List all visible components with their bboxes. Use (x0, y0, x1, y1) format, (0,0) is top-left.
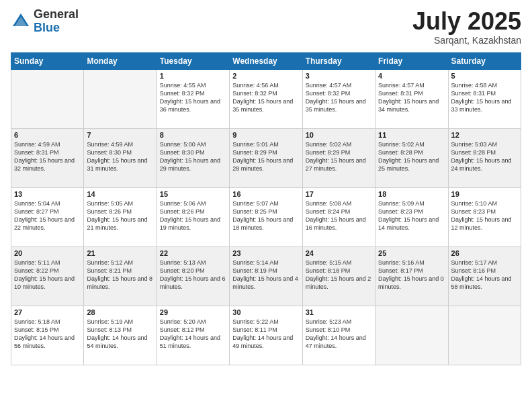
day-number: 23 (232, 249, 299, 257)
day-info: Sunrise: 5:05 AMSunset: 8:26 PMDaylight:… (87, 199, 153, 232)
table-row: 29Sunrise: 5:20 AMSunset: 8:12 PMDayligh… (157, 306, 229, 365)
day-number: 13 (14, 190, 81, 198)
table-row: 17Sunrise: 5:08 AMSunset: 8:24 PMDayligh… (302, 187, 375, 246)
table-row: 13Sunrise: 5:04 AMSunset: 8:27 PMDayligh… (11, 187, 84, 246)
day-info: Sunrise: 5:02 AMSunset: 8:28 PMDaylight:… (378, 140, 445, 173)
table-row: 23Sunrise: 5:14 AMSunset: 8:19 PMDayligh… (230, 246, 302, 306)
table-row: 19Sunrise: 5:10 AMSunset: 8:23 PMDayligh… (448, 187, 521, 246)
day-info: Sunrise: 5:09 AMSunset: 8:23 PMDaylight:… (378, 199, 445, 232)
day-info: Sunrise: 4:57 AMSunset: 8:32 PMDaylight:… (306, 81, 372, 114)
logo: General Blue (11, 8, 79, 35)
title-block: July 2025 Sarqant, Kazakhstan (412, 8, 521, 46)
day-info: Sunrise: 5:14 AMSunset: 8:19 PMDaylight:… (232, 259, 299, 291)
calendar-week-row: 1Sunrise: 4:55 AMSunset: 8:32 PMDaylight… (11, 69, 521, 128)
day-number: 4 (378, 72, 445, 80)
table-row (11, 69, 84, 128)
header-saturday: Saturday (448, 52, 521, 69)
day-info: Sunrise: 5:12 AMSunset: 8:21 PMDaylight:… (87, 259, 153, 291)
table-row: 18Sunrise: 5:09 AMSunset: 8:23 PMDayligh… (375, 187, 448, 246)
day-info: Sunrise: 5:10 AMSunset: 8:23 PMDaylight:… (451, 199, 518, 232)
header: General Blue July 2025 Sarqant, Kazakhst… (11, 8, 521, 46)
table-row (448, 306, 521, 365)
header-thursday: Thursday (302, 52, 375, 69)
location: Sarqant, Kazakhstan (412, 35, 521, 46)
day-info: Sunrise: 5:03 AMSunset: 8:28 PMDaylight:… (451, 140, 518, 173)
header-friday: Friday (375, 52, 448, 69)
logo-general: General (34, 7, 79, 21)
day-info: Sunrise: 5:15 AMSunset: 8:18 PMDaylight:… (306, 259, 372, 291)
day-number: 28 (87, 308, 153, 316)
table-row: 8Sunrise: 5:00 AMSunset: 8:30 PMDaylight… (157, 128, 229, 187)
day-info: Sunrise: 4:59 AMSunset: 8:30 PMDaylight:… (87, 140, 153, 173)
day-info: Sunrise: 4:55 AMSunset: 8:32 PMDaylight:… (160, 81, 226, 114)
table-row: 15Sunrise: 5:06 AMSunset: 8:26 PMDayligh… (157, 187, 229, 246)
table-row: 9Sunrise: 5:01 AMSunset: 8:29 PMDaylight… (230, 128, 302, 187)
day-info: Sunrise: 4:59 AMSunset: 8:31 PMDaylight:… (14, 140, 81, 173)
header-wednesday: Wednesday (230, 52, 302, 69)
table-row: 11Sunrise: 5:02 AMSunset: 8:28 PMDayligh… (375, 128, 448, 187)
day-info: Sunrise: 5:23 AMSunset: 8:10 PMDaylight:… (306, 318, 372, 351)
table-row: 25Sunrise: 5:16 AMSunset: 8:17 PMDayligh… (375, 246, 448, 306)
table-row: 16Sunrise: 5:07 AMSunset: 8:25 PMDayligh… (230, 187, 302, 246)
day-number: 22 (160, 249, 226, 257)
day-info: Sunrise: 5:06 AMSunset: 8:26 PMDaylight:… (160, 199, 226, 232)
calendar-week-row: 27Sunrise: 5:18 AMSunset: 8:15 PMDayligh… (11, 306, 521, 365)
table-row: 3Sunrise: 4:57 AMSunset: 8:32 PMDaylight… (302, 69, 375, 128)
table-row: 21Sunrise: 5:12 AMSunset: 8:21 PMDayligh… (84, 246, 157, 306)
day-number: 8 (160, 131, 226, 139)
day-info: Sunrise: 4:56 AMSunset: 8:32 PMDaylight:… (232, 81, 299, 114)
calendar: Sunday Monday Tuesday Wednesday Thursday… (11, 52, 521, 365)
table-row: 31Sunrise: 5:23 AMSunset: 8:10 PMDayligh… (302, 306, 375, 365)
table-row: 10Sunrise: 5:02 AMSunset: 8:29 PMDayligh… (302, 128, 375, 187)
calendar-week-row: 6Sunrise: 4:59 AMSunset: 8:31 PMDaylight… (11, 128, 521, 187)
day-number: 19 (451, 190, 518, 198)
day-number: 10 (306, 131, 372, 139)
table-row: 24Sunrise: 5:15 AMSunset: 8:18 PMDayligh… (302, 246, 375, 306)
day-number: 2 (232, 72, 299, 80)
day-number: 1 (160, 72, 226, 80)
table-row: 5Sunrise: 4:58 AMSunset: 8:31 PMDaylight… (448, 69, 521, 128)
day-number: 21 (87, 249, 153, 257)
table-row: 28Sunrise: 5:19 AMSunset: 8:13 PMDayligh… (84, 306, 157, 365)
day-number: 24 (306, 249, 372, 257)
weekday-header-row: Sunday Monday Tuesday Wednesday Thursday… (11, 52, 521, 69)
day-number: 11 (378, 131, 445, 139)
day-number: 20 (14, 249, 81, 257)
table-row: 12Sunrise: 5:03 AMSunset: 8:28 PMDayligh… (448, 128, 521, 187)
table-row: 6Sunrise: 4:59 AMSunset: 8:31 PMDaylight… (11, 128, 84, 187)
day-number: 25 (378, 249, 445, 257)
day-number: 18 (378, 190, 445, 198)
day-number: 29 (160, 308, 226, 316)
day-number: 27 (14, 308, 81, 316)
table-row: 14Sunrise: 5:05 AMSunset: 8:26 PMDayligh… (84, 187, 157, 246)
day-info: Sunrise: 4:57 AMSunset: 8:31 PMDaylight:… (378, 81, 445, 114)
day-info: Sunrise: 5:11 AMSunset: 8:22 PMDaylight:… (14, 259, 81, 291)
day-info: Sunrise: 5:22 AMSunset: 8:11 PMDaylight:… (232, 318, 299, 351)
day-number: 30 (232, 308, 299, 316)
day-info: Sunrise: 5:19 AMSunset: 8:13 PMDaylight:… (87, 318, 153, 351)
table-row: 7Sunrise: 4:59 AMSunset: 8:30 PMDaylight… (84, 128, 157, 187)
day-number: 31 (306, 308, 372, 316)
table-row: 22Sunrise: 5:13 AMSunset: 8:20 PMDayligh… (157, 246, 229, 306)
table-row: 2Sunrise: 4:56 AMSunset: 8:32 PMDaylight… (230, 69, 302, 128)
day-info: Sunrise: 5:20 AMSunset: 8:12 PMDaylight:… (160, 318, 226, 351)
logo-icon (11, 11, 31, 32)
table-row: 30Sunrise: 5:22 AMSunset: 8:11 PMDayligh… (230, 306, 302, 365)
page: General Blue July 2025 Sarqant, Kazakhst… (0, 0, 532, 411)
header-monday: Monday (84, 52, 157, 69)
day-number: 17 (306, 190, 372, 198)
day-number: 5 (451, 72, 518, 80)
calendar-week-row: 20Sunrise: 5:11 AMSunset: 8:22 PMDayligh… (11, 246, 521, 306)
day-info: Sunrise: 5:18 AMSunset: 8:15 PMDaylight:… (14, 318, 81, 351)
day-number: 16 (232, 190, 299, 198)
table-row: 20Sunrise: 5:11 AMSunset: 8:22 PMDayligh… (11, 246, 84, 306)
calendar-week-row: 13Sunrise: 5:04 AMSunset: 8:27 PMDayligh… (11, 187, 521, 246)
month-title: July 2025 (412, 8, 521, 35)
day-info: Sunrise: 5:08 AMSunset: 8:24 PMDaylight:… (306, 199, 372, 232)
day-info: Sunrise: 5:16 AMSunset: 8:17 PMDaylight:… (378, 259, 445, 291)
day-number: 26 (451, 249, 518, 257)
day-number: 3 (306, 72, 372, 80)
table-row: 27Sunrise: 5:18 AMSunset: 8:15 PMDayligh… (11, 306, 84, 365)
logo-text: General Blue (34, 8, 79, 35)
day-info: Sunrise: 5:07 AMSunset: 8:25 PMDaylight:… (232, 199, 299, 232)
